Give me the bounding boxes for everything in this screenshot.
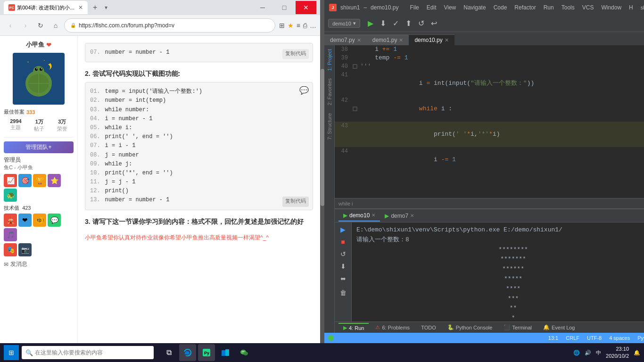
- bottom-tab-python-console[interactable]: 🐍 Python Console: [443, 323, 497, 331]
- bottom-tab-todo[interactable]: TODO: [416, 324, 441, 331]
- run-path: E:\demo\shixun1\venv\Scripts\python.exe …: [356, 225, 644, 235]
- browser-window: FC 第004讲: 改进我们的小... ✕ + ▾ ─ □ ✕ ‹ › ↻: [0, 0, 321, 343]
- ide-tab-demo10[interactable]: demo10.py ✕: [409, 34, 454, 45]
- start-button[interactable]: ⊞: [4, 345, 19, 360]
- badge-11: 🎭: [4, 243, 17, 256]
- run-tab-close-demo10[interactable]: ✕: [372, 213, 375, 218]
- menu-view[interactable]: View: [440, 3, 460, 12]
- ide-body: 1: Project 2: Favorites 7: Structure 38 …: [324, 45, 644, 333]
- commit-btn[interactable]: ✓: [391, 18, 401, 29]
- close-btn[interactable]: ✕: [296, 1, 316, 14]
- status-encoding[interactable]: UTF-8: [587, 335, 602, 341]
- browser-scrollbar[interactable]: [321, 0, 324, 343]
- menu-help[interactable]: H: [625, 3, 637, 12]
- revert-btn[interactable]: ↩: [429, 18, 439, 29]
- copy-button-1[interactable]: 复制代码: [282, 49, 309, 59]
- run-btn[interactable]: ▶: [366, 18, 375, 29]
- taskbar-notification-icon[interactable]: 🔔: [634, 350, 640, 356]
- svg-point-5: [41, 68, 42, 69]
- menu-window[interactable]: Window: [597, 3, 625, 12]
- heart-icon: ❤: [46, 41, 51, 49]
- branch-selector[interactable]: demo10 ▾: [328, 19, 360, 28]
- update-btn[interactable]: ⬇: [378, 18, 388, 29]
- status-indent[interactable]: 4 spaces: [609, 335, 630, 341]
- ide-tab-demo1[interactable]: demo1.py ✕: [367, 34, 409, 45]
- admin-badge[interactable]: 管理团队+: [4, 141, 74, 153]
- refresh-button[interactable]: ↻: [34, 19, 47, 32]
- taskbar-pycharm[interactable]: Py: [198, 344, 215, 361]
- copy-button-2[interactable]: 复制代码: [282, 197, 309, 207]
- settings-btn[interactable]: …: [310, 22, 316, 29]
- taskbar-network-icon: 🌐: [573, 350, 580, 356]
- tab-close-demo10[interactable]: ✕: [445, 37, 449, 43]
- run-restart-btn[interactable]: ↺: [339, 249, 347, 259]
- menu-edit[interactable]: Edit: [423, 3, 440, 12]
- project-panel-btn[interactable]: 1: Project: [326, 47, 333, 73]
- menu-code[interactable]: Code: [490, 3, 511, 12]
- editor-line-40: 40 ''': [335, 62, 644, 71]
- bottom-tab-problems[interactable]: ⚠ 6: Problems: [371, 323, 414, 331]
- send-message-button[interactable]: ✉ 发消息: [4, 260, 74, 268]
- home-button[interactable]: ⌂: [49, 19, 62, 32]
- address-bar[interactable]: 🔒 https://fishc.com.cn/forum.php?mod=v: [64, 18, 275, 33]
- run-output-line-2: *******: [356, 255, 644, 264]
- back-button[interactable]: ‹: [4, 19, 17, 32]
- message-icon: ✉: [4, 261, 8, 268]
- taskbar-explorer[interactable]: [217, 344, 234, 361]
- run-filter-btn[interactable]: 🗑: [339, 288, 348, 298]
- menu-run[interactable]: Run: [540, 3, 558, 12]
- run-tab-demo10[interactable]: ▶ demo10 ✕: [339, 210, 380, 222]
- taskbar-edge[interactable]: [179, 344, 196, 361]
- read-btn[interactable]: ≡: [297, 22, 300, 29]
- svg-rect-12: [353, 107, 357, 111]
- maximize-btn[interactable]: □: [274, 1, 295, 14]
- browser-tab-close[interactable]: ✕: [78, 4, 83, 11]
- menu-refactor[interactable]: Refactor: [511, 3, 539, 12]
- forward-button[interactable]: ›: [19, 19, 32, 32]
- search-input[interactable]: [35, 349, 139, 356]
- status-position[interactable]: 13:1: [548, 335, 558, 341]
- bookmark-btn[interactable]: ★: [288, 22, 294, 29]
- run-tab-demo7[interactable]: ▶ demo7 ✕: [380, 211, 419, 221]
- tab-close-demo7[interactable]: ✕: [357, 37, 361, 43]
- editor-content[interactable]: 38 i += 1 39 temp -= 1 40: [335, 45, 644, 198]
- run-play-btn[interactable]: ▶: [339, 224, 347, 235]
- run-wrap-btn[interactable]: ⬌: [339, 273, 347, 284]
- bottom-tab-terminal[interactable]: ⬛ Terminal: [499, 323, 537, 331]
- menu-file[interactable]: File: [406, 3, 422, 12]
- favorites-panel-btn[interactable]: 2: Favorites: [326, 76, 333, 107]
- share-btn[interactable]: ⎙: [303, 22, 307, 29]
- bottom-tab-run[interactable]: ▶ 4: Run: [339, 323, 369, 332]
- taskbar-clock[interactable]: 23:10 2020/10/2: [606, 346, 629, 360]
- run-scroll-btn[interactable]: ⬇: [339, 261, 347, 272]
- user-avatar: ⋆ ⋆: [13, 53, 65, 105]
- editor-line-43: 43 print(' '*i,'*'*i): [335, 122, 644, 147]
- tab-manager-btn[interactable]: ⊞: [279, 22, 285, 29]
- taskbar-taskview[interactable]: ⧉: [160, 344, 177, 361]
- minimize-btn[interactable]: ─: [252, 1, 273, 14]
- menu-vcs[interactable]: VCS: [578, 3, 598, 12]
- svg-point-19: [242, 351, 243, 352]
- ide-tab-demo7[interactable]: demo7.py ✕: [324, 34, 367, 45]
- bottom-tabs: ▶ 4: Run ⚠ 6: Problems TODO 🐍 Python: [335, 321, 644, 333]
- taskbar-search[interactable]: 🔍: [22, 346, 154, 359]
- tab-close-demo1[interactable]: ✕: [399, 37, 403, 43]
- taskbar-ime[interactable]: 中: [596, 349, 601, 356]
- menu-tools[interactable]: Tools: [558, 3, 578, 12]
- taskbar: ⊞ 🔍 ⧉ Py: [0, 343, 644, 362]
- new-tab-button[interactable]: +: [90, 2, 101, 13]
- structure-panel-btn[interactable]: 7: Structure: [326, 111, 333, 142]
- browser-tab[interactable]: FC 第004讲: 改进我们的小... ✕: [4, 1, 88, 14]
- push-btn[interactable]: ⬆: [404, 18, 413, 29]
- run-stop-btn[interactable]: ■: [339, 237, 346, 247]
- taskbar-wechat[interactable]: [236, 344, 253, 361]
- tab-dropdown[interactable]: ▾: [105, 4, 107, 11]
- taskbar-right: 🌐 🔊 中 23:10 2020/10/2 🔔: [573, 346, 640, 360]
- menu-navigate[interactable]: Navigate: [460, 3, 489, 12]
- status-crlf[interactable]: CRLF: [566, 335, 579, 341]
- run-tab-close-demo7[interactable]: ✕: [410, 213, 414, 218]
- status-python[interactable]: Python 3.8 (shixun1): [637, 335, 644, 341]
- history-btn[interactable]: ↺: [416, 18, 426, 29]
- badge-1: 📈: [4, 174, 17, 187]
- bottom-tab-eventlog[interactable]: 🔔 Event Log: [538, 323, 580, 331]
